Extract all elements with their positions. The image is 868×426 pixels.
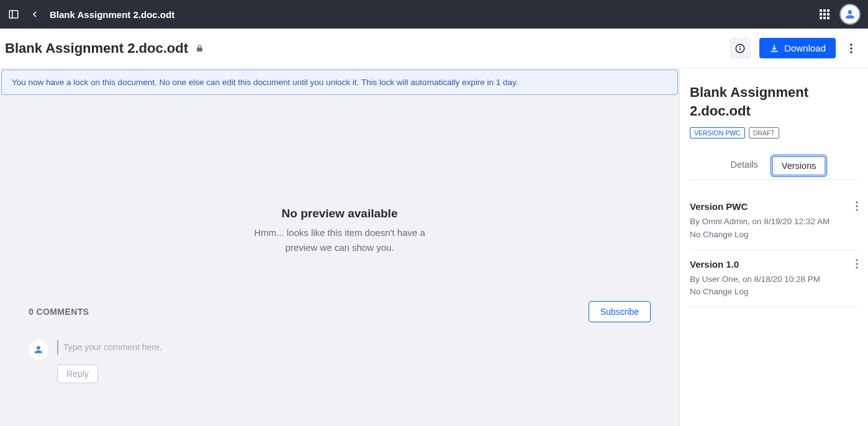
comments-count: 0 COMMENTS — [29, 307, 89, 317]
version-more-icon[interactable] — [856, 259, 858, 269]
sidebar-tabs: Details Versions — [690, 156, 858, 180]
user-avatar[interactable] — [839, 4, 861, 25]
apps-grid-icon[interactable] — [820, 9, 830, 19]
version-item: Version 1.0 By User One, on 8/18/20 10:2… — [690, 250, 858, 308]
lock-icon — [196, 44, 204, 52]
reply-button[interactable]: Reply — [57, 365, 98, 383]
comment-input[interactable]: Type your comment here. — [57, 340, 651, 355]
svg-point-9 — [856, 206, 857, 207]
svg-point-5 — [850, 43, 852, 45]
back-icon[interactable] — [29, 8, 41, 20]
svg-point-11 — [856, 259, 857, 261]
svg-rect-0 — [9, 11, 18, 18]
sub-header-left: Blank Assignment 2.doc.odt — [5, 40, 204, 57]
sub-header: Blank Assignment 2.doc.odt Download — [0, 29, 868, 68]
page-title: Blank Assignment 2.doc.odt — [5, 40, 188, 57]
subscribe-button[interactable]: Subscribe — [589, 301, 651, 322]
preview-title: No preview available — [0, 207, 679, 220]
badges: VERSION PWC DRAFT — [690, 127, 858, 138]
download-button[interactable]: Download — [759, 38, 836, 58]
comment-input-wrap: Type your comment here. Reply — [57, 340, 651, 383]
sidebar: Blank Assignment 2.doc.odt VERSION PWC D… — [679, 68, 868, 426]
svg-point-10 — [856, 209, 857, 211]
panel-toggle-icon[interactable] — [7, 8, 20, 20]
version-changelog: No Change Log — [690, 229, 858, 241]
version-title: Version 1.0 — [690, 259, 858, 270]
version-item: Version PWC By Omni Admin, on 8/19/20 12… — [690, 193, 858, 250]
comment-input-row: Type your comment here. Reply — [29, 340, 651, 383]
nav-left: Blank Assignment 2.doc.odt — [7, 8, 174, 20]
svg-point-12 — [856, 263, 857, 265]
svg-point-6 — [850, 47, 852, 49]
svg-point-4 — [740, 46, 741, 47]
tab-details[interactable]: Details — [722, 156, 767, 176]
tab-versions[interactable]: Versions — [772, 156, 826, 176]
preview-area: No preview available Hmm... looks like t… — [0, 95, 679, 292]
nav-right — [820, 4, 861, 25]
sub-header-right: Download — [730, 38, 858, 59]
top-nav: Blank Assignment 2.doc.odt — [0, 0, 868, 29]
svg-point-8 — [856, 202, 857, 204]
more-options-icon[interactable] — [844, 38, 858, 59]
sidebar-title: Blank Assignment 2.doc.odt — [690, 83, 858, 120]
version-more-icon[interactable] — [856, 201, 858, 211]
version-by: By User One, on 8/18/20 10:28 PM — [690, 273, 858, 286]
preview-subtitle: Hmm... looks like this item doesn't have… — [0, 225, 679, 255]
svg-point-13 — [856, 266, 857, 268]
version-title: Version PWC — [690, 201, 858, 212]
lock-alert: You now have a lock on this document. No… — [1, 70, 678, 95]
comment-avatar — [29, 340, 48, 360]
draft-badge: DRAFT — [749, 127, 779, 138]
content-area: You now have a lock on this document. No… — [0, 68, 679, 426]
info-button[interactable] — [730, 38, 751, 59]
version-badge: VERSION PWC — [690, 127, 745, 138]
comments-header: 0 COMMENTS Subscribe — [29, 301, 651, 322]
comments-section: 0 COMMENTS Subscribe Type your comment h… — [0, 292, 679, 392]
version-changelog: No Change Log — [690, 286, 858, 298]
download-label: Download — [784, 43, 826, 53]
main-layout: You now have a lock on this document. No… — [0, 68, 868, 426]
nav-title: Blank Assignment 2.doc.odt — [50, 9, 174, 20]
svg-point-7 — [850, 51, 852, 53]
version-by: By Omni Admin, on 8/19/20 12:32 AM — [690, 215, 858, 228]
